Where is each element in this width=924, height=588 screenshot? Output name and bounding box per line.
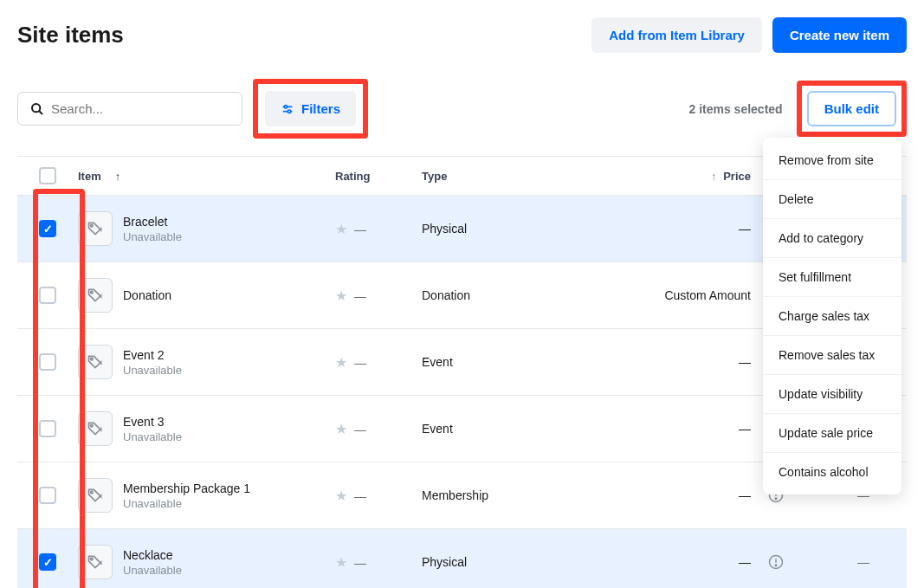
price-cell: — [664,355,768,369]
type-cell: Donation [422,288,664,302]
page-header: Site items Add from Item Library Create … [17,17,907,53]
header-type[interactable]: Type [422,170,664,183]
price-cell: — [664,555,768,569]
sort-asc-icon: ↑ [115,170,121,183]
bulk-menu-item[interactable]: Update visibility [763,375,901,414]
svg-point-10 [91,291,94,294]
create-new-item-button[interactable]: Create new item [772,17,907,53]
row-checkbox[interactable] [39,420,56,437]
item-meta: Donation [123,288,171,302]
star-icon: ★ [335,555,347,570]
tag-icon [78,278,113,313]
rating-cell: ★— [335,554,422,571]
price-cell: — [664,488,768,502]
svg-line-1 [39,111,42,114]
table-row[interactable]: NecklaceUnavailable★—Physical—— [17,529,907,588]
bulk-menu-item[interactable]: Delete [763,180,901,219]
bulk-menu-item[interactable]: Remove sales tax [763,336,901,375]
bulk-menu-item[interactable]: Contains alcohol [763,453,901,491]
price-cell: — [664,222,768,236]
sliders-icon [281,102,294,116]
rating-cell: ★— [335,288,422,304]
page-title: Site items [17,22,124,48]
item-name: Bracelet [123,215,182,229]
bulk-highlight: Bulk edit Remove from siteDeleteAdd to c… [797,81,907,137]
item-name: Event 3 [123,415,182,429]
alert-icon [768,554,820,570]
bulk-menu-item[interactable]: Set fulfillment [763,258,901,297]
price-cell: — [664,422,768,436]
filters-label: Filters [301,101,340,116]
item-meta: Event 3Unavailable [123,415,182,443]
item-name: Event 2 [123,348,182,362]
bulk-menu-item[interactable]: Update sale price [763,414,901,453]
item-status: Unavailable [123,564,182,577]
item-name: Membership Package 1 [123,481,250,495]
svg-point-26 [775,565,777,566]
header-rating[interactable]: Rating [335,170,422,183]
star-icon: ★ [335,422,347,436]
selected-count: 2 items selected [688,102,782,116]
search-icon [30,102,44,116]
bulk-menu-item[interactable]: Add to category [763,219,901,258]
item-status: Unavailable [123,430,182,443]
type-cell: Physical [422,555,664,569]
actions-cell: — [820,555,907,569]
svg-point-5 [288,110,290,113]
bulk-edit-button[interactable]: Bulk edit [807,91,896,126]
tag-icon [78,545,113,579]
item-meta: Membership Package 1Unavailable [123,481,250,510]
bulk-menu-item[interactable]: Charge sales tax [763,297,901,336]
item-status: Unavailable [123,364,182,377]
item-name: Donation [123,288,171,302]
row-checkbox[interactable] [39,220,56,237]
svg-point-23 [91,558,94,560]
svg-point-22 [775,498,777,500]
header-checkbox-cell [17,167,78,184]
type-cell: Physical [422,222,664,236]
search-box[interactable] [17,92,242,126]
row-checkbox[interactable] [39,287,56,304]
row-checkbox[interactable] [39,553,56,571]
svg-point-6 [91,224,94,227]
filters-button[interactable]: Filters [265,91,356,126]
select-all-checkbox[interactable] [39,167,56,184]
item-meta: NecklaceUnavailable [123,548,182,577]
bulk-dropdown: Remove from siteDeleteAdd to categorySet… [763,138,901,494]
filters-highlight: Filters [253,79,368,139]
svg-point-19 [91,491,94,494]
item-status: Unavailable [123,230,182,243]
type-cell: Event [422,422,664,436]
rating-cell: ★— [335,354,422,371]
svg-point-0 [32,104,40,112]
star-icon: ★ [335,355,347,370]
item-meta: BraceletUnavailable [123,215,182,243]
star-icon: ★ [335,488,347,503]
tag-icon [78,411,113,446]
type-cell: Membership [422,488,664,502]
item-name: Necklace [123,548,182,562]
rating-cell: ★— [335,488,422,504]
tag-icon [78,478,113,513]
header-price[interactable]: ↑ Price [664,170,768,183]
bulk-menu-item[interactable]: Remove from site [763,141,901,180]
item-meta: Event 2Unavailable [123,348,182,377]
svg-point-15 [91,424,94,427]
type-cell: Event [422,355,664,369]
sort-icon: ↑ [711,170,717,183]
tag-icon [78,345,113,379]
star-icon: ★ [335,222,347,236]
rating-cell: ★— [335,421,422,437]
header-item[interactable]: Item ↑ [78,170,335,183]
rating-cell: ★— [335,221,422,237]
tag-icon [78,211,113,246]
svg-point-11 [91,358,94,360]
search-input[interactable] [51,101,229,116]
row-checkbox[interactable] [39,487,56,504]
add-from-library-button[interactable]: Add from Item Library [591,17,762,53]
toolbar: Filters 2 items selected Bulk edit Remov… [17,79,907,139]
star-icon: ★ [335,288,347,303]
item-status: Unavailable [123,497,250,510]
row-checkbox[interactable] [39,353,56,371]
svg-point-4 [284,105,287,107]
